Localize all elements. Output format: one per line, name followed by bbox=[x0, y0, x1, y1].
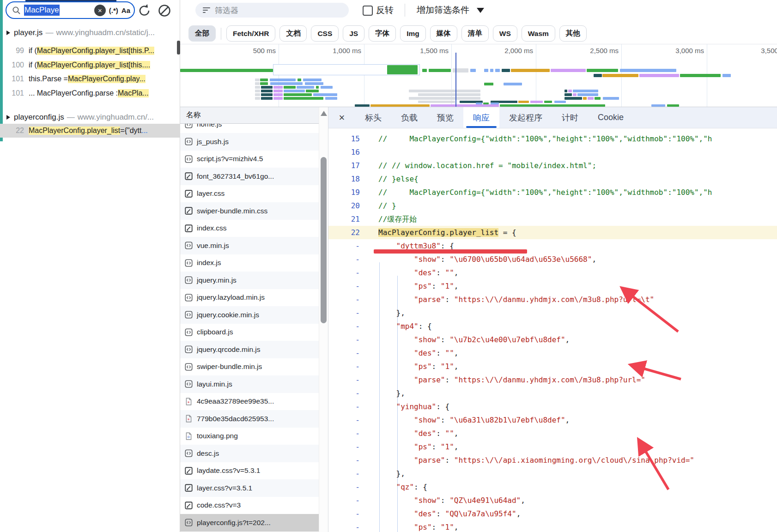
waterfall-bar bbox=[577, 93, 598, 96]
tab-计时[interactable]: 计时 bbox=[552, 107, 588, 128]
response-code-line: 15// MacPlayerConfig={"width":"100%","he… bbox=[328, 132, 777, 145]
name-column-header[interactable]: 名称 bbox=[180, 107, 319, 124]
search-query-text: MacPlaye bbox=[24, 5, 60, 16]
network-file-row[interactable]: index.js bbox=[180, 254, 319, 272]
file-name: code.css?v=3 bbox=[197, 501, 241, 509]
network-file-row[interactable]: script.js?v=mizhiv4.5 bbox=[180, 151, 319, 168]
timeline-tick-label: 2,500 ms bbox=[590, 47, 619, 54]
type-filter-Img[interactable]: Img bbox=[400, 25, 426, 42]
network-file-row[interactable]: desc.js bbox=[180, 445, 319, 462]
tab-发起程序[interactable]: 发起程序 bbox=[499, 107, 552, 128]
tab-标头[interactable]: 标头 bbox=[355, 107, 391, 128]
waterfall-bar bbox=[620, 69, 676, 72]
file-name: jquery.lazyload.min.js bbox=[197, 293, 265, 302]
search-result-match[interactable]: 22MacPlayerConfig.player_list={"dytt... bbox=[0, 124, 180, 138]
waterfall-bar bbox=[530, 101, 543, 103]
request-table: 名称 home.jsjs_push.jsscript.js?v=mizhiv4.… bbox=[180, 107, 319, 532]
tab-响应[interactable]: 响应 bbox=[463, 107, 499, 128]
file-name: font_3627314_bv61go... bbox=[197, 172, 274, 181]
waterfall-bar bbox=[602, 74, 638, 77]
network-file-row[interactable]: swiper-bundle.min.js bbox=[180, 358, 319, 376]
file-name: js_push.js bbox=[197, 138, 229, 146]
type-filter-Wasm[interactable]: Wasm bbox=[522, 25, 555, 42]
type-filter-Fetch/XHR[interactable]: Fetch/XHR bbox=[226, 25, 275, 42]
type-filter-CSS[interactable]: CSS bbox=[311, 25, 339, 42]
response-code-viewer[interactable]: // MacPlayerConfig={"width":"100%","heig… bbox=[328, 128, 777, 532]
request-type-filter-bar: 全部Fetch/XHR文档CSSJS字体Img媒体清单WSWasm其他 bbox=[180, 23, 777, 44]
network-file-row[interactable]: swiper-bundle.min.css bbox=[180, 202, 319, 220]
network-file-row[interactable]: touxiang.png bbox=[180, 428, 319, 445]
network-file-row[interactable]: playerconfig.js?t=202... bbox=[180, 514, 319, 532]
type-filter-全部[interactable]: 全部 bbox=[188, 25, 216, 42]
search-input[interactable]: MacPlaye × (.*) Aa bbox=[6, 1, 135, 19]
css-file-icon bbox=[185, 224, 193, 232]
waterfall-bar bbox=[273, 86, 283, 89]
network-file-row[interactable]: vue.min.js bbox=[180, 237, 319, 254]
type-filter-WS[interactable]: WS bbox=[493, 25, 517, 42]
search-result-file[interactable]: player.js — www.yinghuadm.cn/static/j... bbox=[0, 25, 180, 40]
network-file-row[interactable]: layui.min.js bbox=[180, 375, 319, 393]
pill-divider bbox=[221, 28, 221, 40]
chevron-down-icon[interactable] bbox=[477, 8, 484, 13]
request-table-scrollbar[interactable] bbox=[319, 107, 328, 532]
add-filter-button[interactable]: 增加筛选条件 bbox=[417, 4, 469, 16]
network-file-row[interactable]: code.css?v=3 bbox=[180, 497, 319, 514]
scroll-up-icon[interactable] bbox=[321, 111, 327, 116]
match-case-toggle-button[interactable]: Aa bbox=[121, 6, 130, 14]
waterfall-bar bbox=[518, 101, 529, 103]
search-result-match[interactable]: 100if (MacPlayerConfig.player_list[this.… bbox=[0, 58, 180, 72]
line-number: - bbox=[328, 387, 360, 400]
waterfall-bar bbox=[484, 69, 488, 72]
network-file-row[interactable]: jquery.qrcode.min.js bbox=[180, 341, 319, 358]
type-filter-清单[interactable]: 清单 bbox=[461, 25, 489, 42]
type-filter-字体[interactable]: 字体 bbox=[369, 25, 396, 42]
waterfall-bar bbox=[316, 86, 319, 89]
network-file-row[interactable]: 4c9eaa32789ee99e35... bbox=[180, 393, 319, 411]
tab-Cookie[interactable]: Cookie bbox=[588, 107, 633, 128]
waterfall-bar bbox=[306, 90, 319, 92]
refresh-search-icon[interactable] bbox=[138, 3, 152, 18]
network-file-row[interactable]: jquery.lazyload.min.js bbox=[180, 289, 319, 307]
file-name: index.js bbox=[197, 259, 221, 267]
network-file-row[interactable]: 779b0e35dacd625953... bbox=[180, 410, 319, 428]
response-json-line: - }, bbox=[328, 467, 777, 480]
tab-预览[interactable]: 预览 bbox=[427, 107, 463, 128]
type-filter-文档[interactable]: 文档 bbox=[279, 25, 307, 42]
disclosure-triangle-icon[interactable] bbox=[6, 30, 10, 35]
js-file-icon bbox=[185, 294, 193, 302]
response-json-line: - }, bbox=[328, 306, 777, 320]
invert-checkbox[interactable] bbox=[363, 6, 373, 16]
response-json-line: - "parse": "https:\/\/danmu.yhdmjx.com\/… bbox=[328, 373, 777, 387]
clear-search-icon[interactable]: × bbox=[94, 5, 106, 16]
search-result-match[interactable]: 101... MacPlayerConfig.parse : MacPla... bbox=[0, 86, 180, 100]
js-file-icon bbox=[185, 363, 193, 371]
close-detail-icon[interactable]: × bbox=[328, 107, 355, 128]
type-filter-JS[interactable]: JS bbox=[343, 25, 364, 42]
regex-toggle-button[interactable]: (.*) bbox=[109, 6, 118, 14]
network-file-row[interactable]: layer.css?v=3.5.1 bbox=[180, 479, 319, 497]
scrollbar-thumb[interactable] bbox=[321, 157, 327, 323]
network-file-row[interactable]: laydate.css?v=5.3.1 bbox=[180, 462, 319, 480]
tab-负载[interactable]: 负载 bbox=[391, 107, 427, 128]
network-file-row[interactable]: font_3627314_bv61go... bbox=[180, 168, 319, 185]
network-file-row[interactable]: jquery.cookie.min.js bbox=[180, 306, 319, 324]
network-file-row[interactable]: layer.css bbox=[180, 185, 319, 203]
type-filter-媒体[interactable]: 媒体 bbox=[430, 25, 457, 42]
line-number: - bbox=[328, 507, 360, 520]
response-json-line: - "qz": { bbox=[328, 480, 777, 494]
file-name: vue.min.js bbox=[197, 242, 229, 250]
search-result-file[interactable]: playerconfig.js — www.yinghuadm.cn/... bbox=[0, 110, 180, 125]
disclosure-triangle-icon[interactable] bbox=[6, 115, 10, 120]
network-file-row[interactable]: jquery.min.js bbox=[180, 272, 319, 289]
network-file-row[interactable]: index.css bbox=[180, 220, 319, 237]
network-file-row[interactable]: js_push.js bbox=[180, 133, 319, 151]
type-filter-其他[interactable]: 其他 bbox=[559, 25, 587, 42]
filter-input[interactable]: 筛选器 bbox=[195, 3, 349, 18]
search-result-match[interactable]: 99if (MacPlayerConfig.player_list[this.P… bbox=[0, 44, 180, 58]
waterfall-bar bbox=[551, 69, 586, 72]
network-overview-timeline[interactable]: 500 ms1,000 ms1,500 ms2,000 ms2,500 ms3,… bbox=[180, 44, 777, 107]
js-file-icon bbox=[185, 138, 193, 145]
network-file-row[interactable]: clipboard.js bbox=[180, 324, 319, 341]
search-result-match[interactable]: 101this.Parse = MacPlayerConfig.play... bbox=[0, 72, 180, 86]
clear-results-icon[interactable] bbox=[157, 3, 172, 18]
